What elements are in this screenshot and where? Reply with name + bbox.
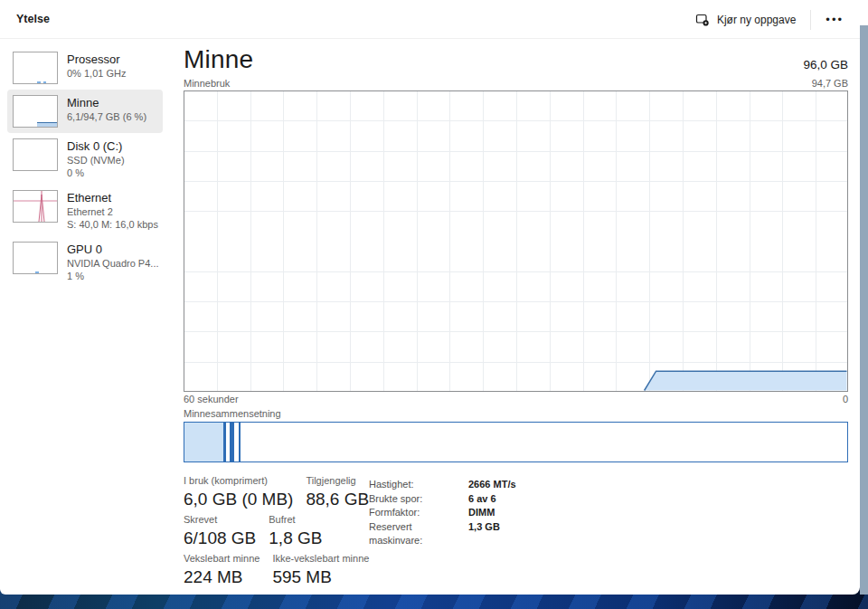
detail-hardware-reserved: Reservert maskinvare: 1,3 GB (369, 520, 516, 548)
stat-row: I bruk (komprimert) 6,0 GB (0 MB) Tilgje… (184, 474, 369, 510)
ethernet-mini-chart (13, 190, 58, 223)
memory-stats-grid: I bruk (komprimert) 6,0 GB (0 MB) Tilgje… (184, 474, 369, 591)
sidebar-item-label: Prosessor (67, 52, 126, 67)
chart-max-label: 94,7 GB (812, 78, 848, 89)
stat-in-use: I bruk (komprimert) 6,0 GB (0 MB) (184, 474, 293, 510)
stat-available: Tilgjengelig 88,6 GB (306, 474, 369, 510)
chart-zero-label: 0 (843, 394, 848, 404)
sidebar-item-sub: Ethernet 2 (67, 205, 158, 218)
memory-composition-title: Minnesammensetning (184, 408, 281, 419)
stat-row: Skrevet 6/108 GB Bufret 1,8 GB (184, 513, 369, 549)
gpu-mini-chart (13, 242, 58, 274)
stat-non-paged-pool: Ikke-vekslebart minne 595 MB (272, 552, 369, 588)
chart-time-label: 60 sekunder (184, 394, 239, 404)
sidebar-item-cpu[interactable]: Prosessor 0% 1,01 GHz (7, 46, 163, 90)
detail-speed: Hastighet: 2666 MT/s (369, 478, 516, 492)
stat-cached: Bufret 1,8 GB (269, 513, 322, 549)
composition-in-use-segment (184, 423, 226, 462)
page-title: Minne (184, 45, 253, 74)
cpu-mini-chart (13, 52, 58, 84)
memory-usage-chart (184, 90, 848, 392)
detail-slots-used: Brukte spor: 6 av 6 (369, 492, 516, 507)
sidebar-item-label: Disk 0 (C:) (67, 138, 125, 154)
sidebar-item-label: Minne (67, 95, 146, 110)
sidebar-item-sub: NVIDIA Quadro P4... (67, 257, 159, 270)
sidebar-item-sub: 0 % (67, 167, 125, 179)
stat-committed: Skrevet 6/108 GB (184, 513, 256, 549)
sidebar-item-sub: 6,1/94,7 GB (6 %) (67, 110, 146, 123)
chart-title: Minnebruk (184, 78, 230, 89)
sidebar-item-ethernet[interactable]: Ethernet Ethernet 2 S: 40,0 M: 16,0 kbps (7, 185, 163, 236)
performance-sidebar: Prosessor 0% 1,01 GHz Minne 6,1/94,7 GB … (0, 39, 176, 288)
memory-mini-chart (13, 95, 58, 128)
sidebar-item-sub: S: 40,0 M: 16,0 kbps (67, 218, 158, 231)
disk-mini-chart (13, 138, 58, 171)
composition-standby-boundary (239, 423, 241, 462)
sidebar-item-gpu[interactable]: GPU 0 NVIDIA Quadro P4... 1 % (7, 236, 163, 288)
sidebar-item-label: GPU 0 (67, 242, 159, 257)
page-heading: Ytelse (16, 13, 50, 25)
stat-row: Vekslebart minne 224 MB Ikke-vekslebart … (184, 552, 369, 588)
sidebar-item-sub: 0% 1,01 GHz (67, 67, 126, 80)
desktop-edge-strip (860, 25, 868, 595)
memory-usage-area (184, 91, 847, 391)
task-manager-window: Ytelse Kjør ny oppgave ••• (0, 0, 860, 595)
memory-composition-bar[interactable] (184, 422, 848, 462)
composition-modified-segment (230, 423, 234, 462)
sidebar-item-memory[interactable]: Minne 6,1/94,7 GB (6 %) (7, 90, 163, 133)
stat-paged-pool: Vekslebart minne 224 MB (184, 552, 259, 588)
total-memory-value: 96,0 GB (803, 58, 848, 71)
sidebar-item-disk[interactable]: Disk 0 (C:) SSD (NVMe) 0 % (7, 133, 163, 185)
memory-detail-pane: Minne 96,0 GB Minnebruk 94,7 GB 60 sekun… (184, 0, 848, 595)
hardware-details: Hastighet: 2666 MT/s Brukte spor: 6 av 6… (369, 478, 516, 548)
sidebar-item-sub: SSD (NVMe) (67, 154, 125, 167)
sidebar-item-label: Ethernet (67, 190, 158, 205)
sidebar-item-sub: 1 % (67, 270, 159, 282)
detail-form-factor: Formfaktor: DIMM (369, 506, 516, 520)
